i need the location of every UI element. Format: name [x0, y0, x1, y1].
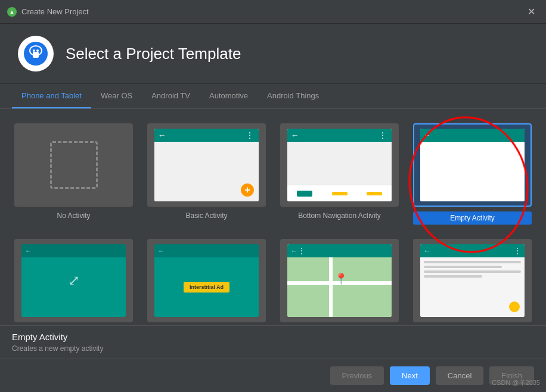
template-label-empty: Empty Activity: [413, 211, 532, 225]
nav-tab-3: [367, 192, 382, 195]
map-bar: ← ⋮: [287, 244, 392, 257]
template-label-no-activity: No Activity: [57, 211, 90, 220]
tabs-bar: Phone and Tablet Wear OS Android TV Auto…: [0, 84, 546, 109]
close-button[interactable]: ✕: [524, 5, 539, 18]
header-title: Select a Project Template: [66, 45, 241, 63]
app-icon: ▲: [7, 7, 17, 17]
fullscreen-activity-preview: ← ⤢: [21, 244, 126, 317]
template-google-maps[interactable]: ← ⋮ 📍 Google Maps Activity: [278, 237, 401, 325]
map-road-vertical: [329, 257, 333, 317]
basic-activity-preview: ← ⋮ +: [154, 129, 259, 201]
selected-template-title: Empty Activity: [12, 332, 534, 342]
menu-dots-icon: ⋮: [246, 130, 255, 140]
dialog: ▲ Create New Project ✕ Select a Project …: [0, 0, 546, 392]
map-pin-icon: 📍: [334, 272, 348, 285]
interstitial-badge: Interstitial Ad: [184, 282, 229, 293]
back-arrow-icon: ←: [291, 130, 299, 140]
templates-content: No Activity ← ⋮ + Basic Activity: [0, 109, 546, 325]
template-preview-bottom-nav: ← ⋮: [280, 123, 399, 207]
bottom-nav-preview: ← ⋮: [287, 129, 392, 201]
selected-template-description: Creates a new empty activity: [12, 344, 534, 353]
template-scrolling[interactable]: ← ⋮ Scrolling Activity: [411, 237, 534, 325]
tab-automotive[interactable]: Automotive: [200, 84, 258, 108]
template-preview-no-activity: [14, 123, 133, 207]
title-bar-left: ▲ Create New Project: [7, 7, 89, 17]
fullscreen-bar: ←: [21, 244, 126, 257]
template-interstitial-ad[interactable]: ← Interstitial Ad Interstitial Ad: [145, 237, 268, 325]
title-bar: ▲ Create New Project ✕: [0, 0, 546, 24]
map-body: 📍: [287, 257, 392, 317]
header-logo: [18, 36, 54, 71]
tab-android-things[interactable]: Android Things: [258, 84, 328, 108]
back-arrow-icon: ←: [424, 131, 431, 139]
templates-grid: No Activity ← ⋮ + Basic Activity: [12, 121, 534, 325]
tab-android-tv[interactable]: Android TV: [142, 84, 200, 108]
back-arrow-icon: ←: [424, 247, 431, 255]
template-preview-empty: ←: [413, 123, 532, 207]
template-preview-basic: ← ⋮ +: [147, 123, 266, 207]
next-button[interactable]: Next: [390, 366, 430, 385]
basic-activity-body: +: [154, 142, 259, 201]
template-preview-maps: ← ⋮ 📍: [280, 239, 399, 322]
header: Select a Project Template: [0, 24, 546, 84]
android-studio-icon: [24, 42, 48, 66]
template-preview-interstitial: ← Interstitial Ad: [147, 239, 266, 322]
no-activity-icon: [50, 141, 98, 189]
watermark: CSDN @羊2035: [492, 378, 540, 387]
scroll-line-1: [424, 261, 522, 263]
template-basic-activity[interactable]: ← ⋮ + Basic Activity: [145, 121, 268, 227]
scroll-line-4: [424, 275, 482, 278]
back-arrow-icon: ←: [158, 247, 165, 255]
interstitial-ad-preview: ← Interstitial Ad: [154, 244, 259, 317]
back-arrow-icon: ←: [25, 247, 32, 255]
template-bottom-nav[interactable]: ← ⋮ Bottom Navigation Activity: [278, 121, 401, 227]
nav-tab-2: [332, 192, 348, 195]
svg-point-2: [33, 49, 35, 52]
template-preview-scrolling: ← ⋮: [413, 239, 532, 322]
menu-dots-icon: ⋮: [379, 130, 388, 140]
tab-phone-tablet[interactable]: Phone and Tablet: [12, 84, 91, 108]
interstitial-body: Interstitial Ad: [154, 257, 259, 317]
maps-activity-preview: ← ⋮ 📍: [287, 244, 392, 317]
svg-rect-1: [33, 52, 39, 58]
template-fullscreen[interactable]: ← ⤢ Fullscreen Activity: [12, 237, 135, 325]
back-arrow-icon: ←: [291, 247, 298, 255]
fab-icon: +: [241, 183, 254, 197]
empty-activity-preview: ←: [420, 129, 525, 201]
tab-wear-os[interactable]: Wear OS: [91, 84, 142, 108]
nav-tab-1: [297, 191, 312, 197]
footer: Previous Next Cancel Finish: [0, 359, 546, 392]
previous-button[interactable]: Previous: [330, 366, 384, 385]
menu-dots-icon: ⋮: [514, 247, 521, 255]
menu-dots-icon: ⋮: [298, 247, 305, 255]
svg-point-3: [36, 49, 39, 52]
title-bar-text: Create New Project: [21, 7, 89, 16]
empty-activity-body: [420, 142, 525, 201]
bottom-nav-bar: ← ⋮: [287, 129, 392, 142]
template-no-activity[interactable]: No Activity: [12, 121, 135, 227]
scroll-line-3: [424, 270, 522, 273]
info-section: Empty Activity Creates a new empty activ…: [0, 325, 546, 359]
bottom-nav-body: [287, 142, 392, 185]
bottom-nav-tabs: [287, 185, 392, 201]
back-arrow-icon: ←: [158, 130, 166, 140]
cancel-button[interactable]: Cancel: [436, 366, 483, 385]
fullscreen-icon: ⤢: [68, 272, 80, 289]
scroll-bar: ← ⋮: [420, 244, 525, 257]
empty-activity-bar: ←: [420, 129, 525, 142]
basic-activity-bar: ← ⋮: [154, 129, 259, 142]
template-empty-activity[interactable]: ← Empty Activity: [411, 121, 534, 227]
template-label-basic: Basic Activity: [185, 211, 227, 220]
interstitial-bar: ←: [154, 244, 259, 257]
template-preview-fullscreen: ← ⤢: [14, 239, 133, 322]
scrolling-activity-preview: ← ⋮: [420, 244, 525, 317]
scroll-line-2: [424, 266, 502, 268]
template-label-bottom-nav: Bottom Navigation Activity: [298, 211, 381, 220]
